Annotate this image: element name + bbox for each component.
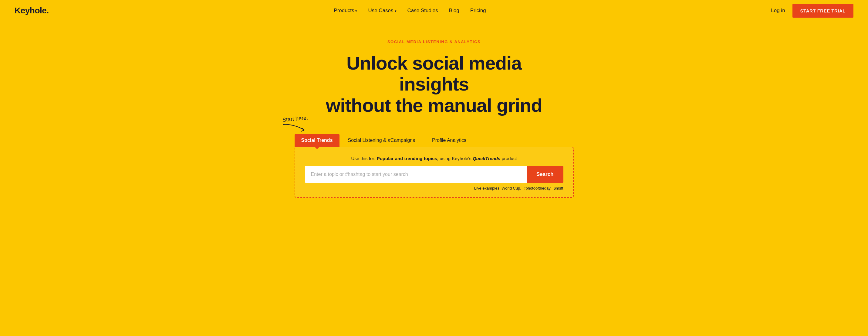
chevron-down-icon: ▾ <box>395 9 397 13</box>
navbar: Keyhole. Products ▾ Use Cases ▾ Case Stu… <box>0 0 868 21</box>
login-button[interactable]: Log in <box>771 8 785 14</box>
nav-products[interactable]: Products ▾ <box>334 8 357 14</box>
start-trial-button[interactable]: START FREE TRIAL <box>793 4 854 18</box>
tab-profile-analytics[interactable]: Profile Analytics <box>424 134 475 147</box>
example-world-cup[interactable]: World Cup <box>501 186 520 191</box>
start-here-arrow-icon <box>282 123 307 133</box>
tab-social-trends[interactable]: Social Trends <box>294 134 340 147</box>
hero-title-line2: without the manual grind <box>326 95 542 116</box>
search-examples: Live examples: World Cup, #photooftheday… <box>305 186 563 191</box>
search-label-bold: Popular and trending topics <box>377 156 437 161</box>
hero-section: SOCIAL MEDIA LISTENING & ANALYTICS Unloc… <box>0 21 868 222</box>
search-input-row: Search <box>305 166 563 183</box>
search-button[interactable]: Search <box>527 166 563 183</box>
nav-products-label: Products <box>334 8 354 14</box>
search-label: Use this for: Popular and trending topic… <box>305 156 563 161</box>
hero-title-line1: Unlock social media insights <box>346 53 522 94</box>
nav-pricing-label: Pricing <box>470 8 486 14</box>
hero-title: Unlock social media insights without the… <box>310 53 559 116</box>
nav-case-studies-label: Case Studies <box>407 8 438 14</box>
search-input[interactable] <box>305 166 527 183</box>
tabs-container: Start here. Social Trends Social Listeni… <box>294 134 574 198</box>
tabs-row: Social Trends Social Listening & #Campai… <box>294 134 574 147</box>
hero-eyebrow: SOCIAL MEDIA LISTENING & ANALYTICS <box>388 39 480 44</box>
nav-blog[interactable]: Blog <box>449 8 459 14</box>
example-photooftheday[interactable]: #photooftheday <box>523 186 550 191</box>
search-panel: Use this for: Popular and trending topic… <box>294 147 574 198</box>
start-here-annotation: Start here. <box>282 116 308 133</box>
start-here-text: Start here. <box>282 115 308 123</box>
chevron-down-icon: ▾ <box>355 9 357 13</box>
tab-social-listening[interactable]: Social Listening & #Campaigns <box>340 134 424 147</box>
example-msft[interactable]: $msft <box>554 186 563 191</box>
nav-blog-label: Blog <box>449 8 459 14</box>
logo[interactable]: Keyhole. <box>14 6 49 16</box>
nav-right: Log in START FREE TRIAL <box>771 4 854 18</box>
nav-use-cases[interactable]: Use Cases ▾ <box>368 8 396 14</box>
nav-center: Products ▾ Use Cases ▾ Case Studies Blog… <box>334 8 486 14</box>
nav-use-cases-label: Use Cases <box>368 8 393 14</box>
search-label-italic: QuickTrends <box>473 156 500 161</box>
nav-case-studies[interactable]: Case Studies <box>407 8 438 14</box>
nav-pricing[interactable]: Pricing <box>470 8 486 14</box>
